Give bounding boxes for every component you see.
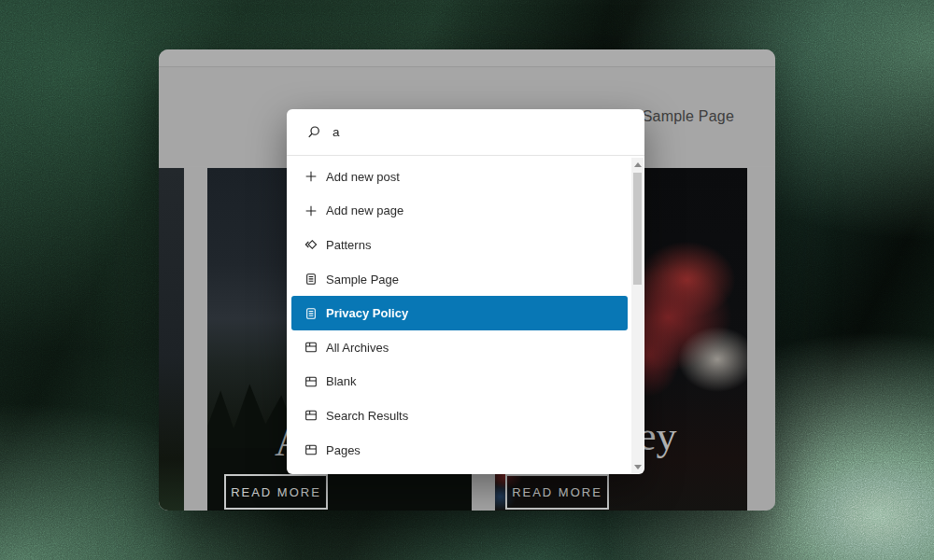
scrollbar-thumb[interactable] [633, 173, 642, 285]
template-icon [304, 442, 318, 457]
command-item-pages[interactable]: Pages [291, 433, 628, 468]
command-item-blank[interactable]: Blank [291, 365, 628, 399]
command-item-privacy-policy[interactable]: Privacy Policy [291, 296, 628, 330]
command-search-row [287, 109, 644, 156]
command-item-sample-page[interactable]: Sample Page [291, 262, 628, 297]
scroll-down-arrow[interactable] [631, 460, 644, 473]
command-item-add-new-post[interactable]: Add new post [291, 160, 628, 194]
nav-link-sample-page[interactable]: Sample Page [643, 108, 734, 125]
search-icon [305, 124, 322, 141]
plus-icon [304, 169, 318, 184]
command-list: Add new post Add new page Patterns Sampl… [287, 157, 631, 474]
pattern-icon [304, 237, 318, 252]
command-search-input[interactable] [333, 125, 626, 139]
scroll-up-arrow[interactable] [631, 158, 644, 171]
template-icon [304, 374, 318, 389]
command-item-all-archives[interactable]: All Archives [291, 330, 628, 365]
command-item-search-results[interactable]: Search Results [291, 399, 628, 433]
window-top-bar [159, 49, 775, 67]
template-icon [304, 340, 318, 355]
palette-scrollbar[interactable] [631, 158, 644, 473]
page-icon [304, 306, 318, 321]
plus-icon [304, 203, 318, 218]
command-palette: Add new post Add new page Patterns Sampl… [287, 109, 644, 474]
command-item-add-new-page[interactable]: Add new page [291, 194, 628, 229]
post-card-clipped [159, 168, 184, 511]
read-more-button[interactable]: READ MORE [505, 474, 609, 510]
page-icon [304, 272, 318, 287]
template-icon [304, 408, 318, 423]
command-item-patterns[interactable]: Patterns [291, 228, 628, 262]
read-more-button[interactable]: READ MORE [224, 474, 328, 510]
